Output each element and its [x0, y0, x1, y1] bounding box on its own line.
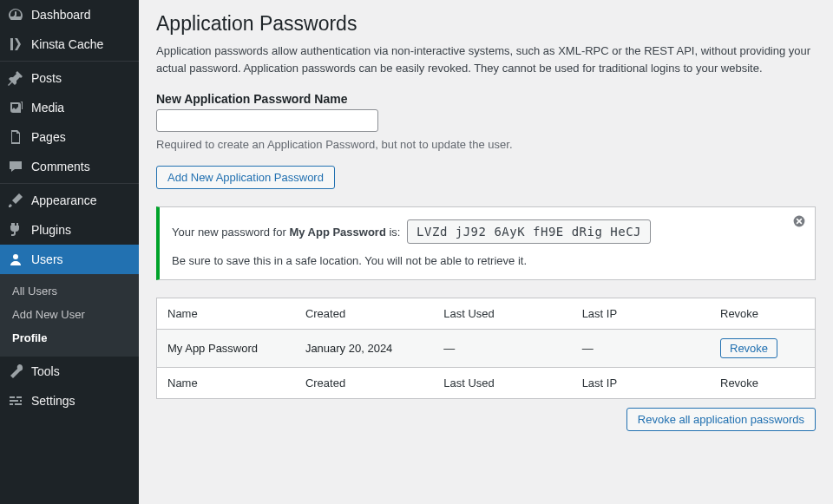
page-icon: [7, 128, 24, 146]
cell-last-used: —: [433, 329, 571, 367]
col-header-last-ip[interactable]: Last IP: [572, 298, 710, 329]
new-app-password-label: New Application Password Name: [156, 92, 816, 106]
col-footer-revoke: Revoke: [710, 367, 816, 398]
cell-revoke: Revoke: [710, 329, 816, 367]
plug-icon: [7, 221, 24, 239]
sidebar-item-users[interactable]: Users: [0, 245, 139, 274]
col-footer-name: Name: [157, 367, 295, 398]
content-area: Application Passwords Application passwo…: [139, 0, 833, 504]
admin-sidebar: Dashboard Kinsta Cache Posts Media Page: [0, 0, 139, 504]
new-app-password-input[interactable]: [156, 109, 378, 132]
sidebar-item-pages[interactable]: Pages: [0, 122, 139, 152]
wrench-icon: [7, 363, 24, 380]
app-passwords-table: Name Created Last Used Last IP Revoke My…: [156, 298, 816, 399]
page-title: Application Passwords: [156, 12, 816, 36]
sidebar-item-kinsta-cache[interactable]: Kinsta Cache: [0, 29, 139, 59]
notice-prefix: Your new password for: [172, 226, 289, 239]
sidebar-item-posts[interactable]: Posts: [0, 63, 139, 93]
col-header-name[interactable]: Name: [157, 298, 295, 329]
cell-created: January 20, 2024: [295, 329, 433, 367]
revoke-button[interactable]: Revoke: [720, 338, 777, 358]
kinsta-icon: [7, 36, 24, 53]
cell-last-ip: —: [572, 329, 710, 367]
submenu-item-add-new-user[interactable]: Add New User: [0, 303, 139, 326]
sidebar-item-label: Kinsta Cache: [31, 37, 103, 51]
sidebar-item-comments[interactable]: Comments: [0, 152, 139, 181]
generated-password[interactable]: LVZd jJ92 6AyK fH9E dRig HeCJ: [407, 219, 651, 244]
col-footer-last-used: Last Used: [433, 367, 571, 398]
sidebar-item-appearance[interactable]: Appearance: [0, 186, 139, 215]
sliders-icon: [7, 392, 24, 409]
sidebar-item-label: Settings: [31, 394, 75, 408]
sidebar-item-label: Users: [31, 252, 63, 266]
sidebar-item-label: Media: [31, 101, 64, 115]
notice-app-name: My App Password: [289, 226, 385, 239]
col-header-revoke: Revoke: [710, 298, 816, 329]
sidebar-item-label: Appearance: [31, 193, 97, 207]
sidebar-item-media[interactable]: Media: [0, 93, 139, 122]
dashboard-icon: [7, 6, 24, 23]
cell-name: My App Password: [157, 329, 295, 367]
user-icon: [7, 251, 24, 268]
add-new-app-password-button[interactable]: Add New Application Password: [156, 166, 335, 189]
dismiss-notice-button[interactable]: [790, 214, 808, 232]
brush-icon: [7, 192, 24, 209]
sidebar-item-label: Comments: [31, 160, 90, 173]
pin-icon: [7, 69, 24, 87]
sidebar-item-label: Posts: [31, 71, 62, 85]
comment-icon: [7, 158, 24, 175]
users-submenu: All Users Add New User Profile: [0, 274, 139, 357]
revoke-all-button[interactable]: Revoke all application passwords: [626, 408, 816, 431]
page-description: Application passwords allow authenticati…: [156, 43, 816, 76]
col-header-last-used[interactable]: Last Used: [433, 298, 571, 329]
sidebar-item-label: Tools: [31, 364, 60, 378]
submenu-item-profile[interactable]: Profile: [0, 326, 139, 350]
sidebar-item-settings[interactable]: Settings: [0, 386, 139, 416]
media-icon: [7, 99, 24, 116]
col-footer-last-ip: Last IP: [572, 367, 710, 398]
col-footer-created: Created: [295, 367, 433, 398]
notice-hint: Be sure to save this in a safe location.…: [172, 254, 780, 267]
sidebar-item-plugins[interactable]: Plugins: [0, 215, 139, 245]
close-icon: [792, 214, 806, 231]
svg-point-0: [13, 254, 18, 259]
new-app-password-helper: Required to create an Application Passwo…: [156, 136, 816, 154]
submenu-item-all-users[interactable]: All Users: [0, 279, 139, 303]
notice-suffix: is:: [386, 226, 401, 239]
new-password-notice: Your new password for My App Password is…: [156, 206, 816, 280]
col-header-created[interactable]: Created: [295, 298, 433, 329]
sidebar-item-tools[interactable]: Tools: [0, 357, 139, 386]
sidebar-item-label: Plugins: [31, 223, 71, 237]
table-row: My App Password January 20, 2024 — — Rev…: [157, 329, 816, 367]
sidebar-item-label: Pages: [31, 130, 66, 144]
sidebar-item-label: Dashboard: [31, 8, 91, 22]
sidebar-item-dashboard[interactable]: Dashboard: [0, 0, 139, 29]
